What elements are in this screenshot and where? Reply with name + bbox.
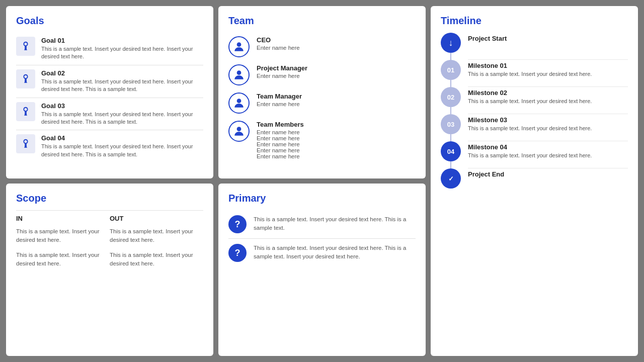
- goal-content-1: Goal 01 This is a sample text. Insert yo…: [41, 37, 203, 61]
- timeline-desc-3: This is a sample text. Insert your desir…: [468, 98, 628, 105]
- scope-out-item-2: This is a sample text. Insert your desir…: [110, 251, 203, 268]
- timeline-label-1: Project Start: [468, 35, 628, 42]
- team-info-4: Team Members Enter name hereEnter name h…: [257, 121, 304, 159]
- timeline-line-2: [450, 80, 451, 87]
- timeline-list: ↓ Project Start 01 Milestone 01 This is …: [441, 33, 628, 189]
- timeline-label-4: Milestone 03: [468, 116, 628, 124]
- timeline-circle-2: 01: [441, 60, 461, 80]
- team-role-1: CEO: [257, 36, 300, 44]
- goal-icon-2: [16, 69, 35, 88]
- team-avatar-1: [228, 36, 250, 57]
- timeline-connector-5: 04: [441, 141, 461, 168]
- timeline-content-6: Project End: [468, 168, 628, 189]
- timeline-wrapper-1: ↓ Project Start: [441, 33, 628, 60]
- timeline-label-3: Milestone 02: [468, 89, 628, 97]
- timeline-wrapper-6: ✓ Project End: [441, 168, 628, 189]
- scope-out-title: OUT: [110, 215, 203, 222]
- timeline-connector-2: 01: [441, 60, 461, 87]
- primary-text-1: This is a sample text. Insert your desir…: [254, 215, 416, 233]
- goal-title-2: Goal 02: [41, 69, 203, 77]
- timeline-desc-4: This is a sample text. Insert your desir…: [468, 125, 628, 132]
- team-member-name: Enter name here: [257, 101, 302, 107]
- goal-text-1: This is a sample text. Insert your desir…: [41, 45, 203, 61]
- timeline-connector-6: ✓: [441, 168, 461, 189]
- svg-rect-7: [24, 147, 27, 148]
- team-member-name: Enter name here: [257, 147, 304, 153]
- team-card: Team CEO Enter name here Project Manager…: [218, 6, 426, 178]
- team-item-3: Team Manager Enter name here: [228, 89, 416, 117]
- timeline-connector-4: 03: [441, 114, 461, 141]
- timeline-connector-3: 02: [441, 87, 461, 114]
- timeline-connector-1: ↓: [441, 33, 461, 60]
- primary-list: ? This is a sample text. Insert your des…: [228, 210, 416, 267]
- timeline-content-5: Milestone 04 This is a sample text. Inse…: [468, 141, 628, 168]
- team-item-2: Project Manager Enter name here: [228, 61, 416, 89]
- scope-out-item-1: This is a sample text. Insert your desir…: [110, 227, 203, 245]
- timeline-label-5: Milestone 04: [468, 143, 628, 151]
- team-member-name: Enter name here: [257, 73, 307, 79]
- team-member-name: Enter name here: [257, 153, 304, 159]
- goal-content-3: Goal 03 This is a sample text. Insert yo…: [41, 102, 203, 126]
- svg-point-9: [237, 70, 242, 75]
- svg-rect-2: [25, 80, 27, 81]
- svg-point-8: [237, 42, 242, 47]
- team-role-3: Team Manager: [257, 93, 302, 100]
- scope-out-items: This is a sample text. Insert your desir…: [110, 227, 203, 268]
- goal-text-4: This is a sample text. Insert your desir…: [41, 143, 203, 158]
- goal-item-3: Goal 03 This is a sample text. Insert yo…: [16, 98, 203, 131]
- goal-text-3: This is a sample text. Insert your desir…: [41, 111, 203, 126]
- goal-title-1: Goal 01: [41, 37, 203, 44]
- timeline-line-1: [450, 53, 451, 60]
- timeline-line-5: [450, 161, 451, 168]
- timeline-label-2: Milestone 01: [468, 62, 628, 69]
- team-list: CEO Enter name here Project Manager Ente…: [228, 33, 416, 163]
- svg-rect-5: [24, 115, 27, 115]
- goal-text-2: This is a sample text. Insert your desir…: [41, 78, 203, 94]
- team-avatar-2: [228, 64, 250, 85]
- primary-text-2: This is a sample text. Insert your desir…: [254, 244, 416, 261]
- goals-card: Goals Goal 01 This is a sample text. Ins…: [6, 6, 213, 178]
- primary-item-2: ? This is a sample text. Insert your des…: [228, 239, 416, 267]
- team-item-1: CEO Enter name here: [228, 33, 416, 61]
- scope-card: Scope IN This is a sample text. Insert y…: [6, 184, 213, 356]
- timeline-wrapper-2: 01 Milestone 01 This is a sample text. I…: [441, 60, 628, 87]
- team-title: Team: [228, 15, 416, 27]
- primary-icon-1: ?: [228, 215, 247, 233]
- team-item-4: Team Members Enter name hereEnter name h…: [228, 117, 416, 163]
- timeline-title: Timeline: [441, 15, 628, 27]
- goal-item-1: Goal 01 This is a sample text. Insert yo…: [16, 33, 203, 65]
- timeline-wrapper-4: 03 Milestone 03 This is a sample text. I…: [441, 114, 628, 141]
- timeline-wrapper-3: 02 Milestone 02 This is a sample text. I…: [441, 87, 628, 114]
- timeline-wrapper-5: 04 Milestone 04 This is a sample text. I…: [441, 141, 628, 168]
- scope-in-item-2: This is a sample text. Insert your desir…: [16, 251, 110, 268]
- primary-title: Primary: [228, 193, 416, 204]
- goal-title-3: Goal 03: [41, 102, 203, 110]
- timeline-desc-5: This is a sample text. Insert your desir…: [468, 152, 628, 159]
- timeline-card: Timeline ↓ Project Start 01 Milestone 01…: [431, 6, 638, 356]
- primary-icon-2: ?: [228, 244, 247, 262]
- svg-point-11: [237, 127, 242, 131]
- team-member-name: Enter name here: [257, 129, 304, 135]
- timeline-content-3: Milestone 02 This is a sample text. Inse…: [468, 87, 628, 114]
- scope-columns: IN This is a sample text. Insert your de…: [16, 210, 203, 274]
- primary-item-1: ? This is a sample text. Insert your des…: [228, 210, 416, 239]
- timeline-circle-6: ✓: [441, 168, 461, 189]
- goals-title: Goals: [16, 15, 203, 27]
- scope-title: Scope: [16, 193, 203, 204]
- svg-rect-3: [24, 82, 27, 82]
- scope-in-title: IN: [16, 215, 110, 222]
- timeline-circle-3: 02: [441, 87, 461, 107]
- team-role-4: Team Members: [257, 121, 304, 128]
- team-member-name: Enter name here: [257, 135, 304, 141]
- timeline-content-1: Project Start: [468, 33, 628, 60]
- goal-item-2: Goal 02 This is a sample text. Insert yo…: [16, 65, 203, 98]
- timeline-line-4: [450, 134, 451, 141]
- timeline-desc-2: This is a sample text. Insert your desir…: [468, 70, 628, 78]
- scope-in-item-1: This is a sample text. Insert your desir…: [16, 227, 110, 245]
- svg-rect-0: [25, 48, 27, 49]
- svg-rect-4: [25, 113, 27, 114]
- team-info-1: CEO Enter name here: [257, 36, 300, 51]
- goal-item-4: Goal 04 This is a sample text. Insert yo…: [16, 130, 203, 162]
- timeline-label-6: Project End: [468, 170, 628, 178]
- goal-title-4: Goal 04: [41, 134, 203, 142]
